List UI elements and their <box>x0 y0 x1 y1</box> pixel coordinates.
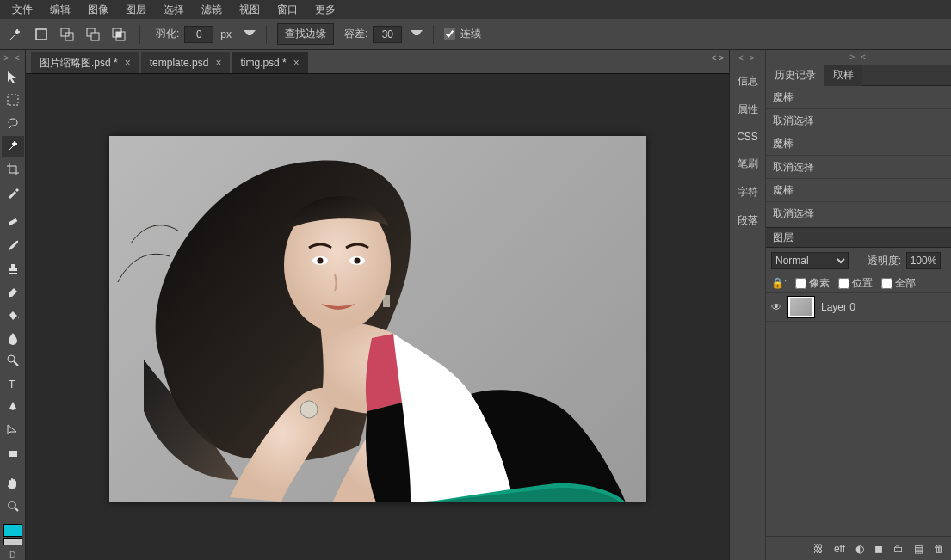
lock-position[interactable]: 位置 <box>838 276 873 291</box>
eyedropper-tool[interactable] <box>2 182 24 203</box>
document-image[interactable] <box>109 136 646 502</box>
history-list[interactable]: 魔棒 取消选择 魔棒 取消选择 魔棒 取消选择 <box>766 86 951 227</box>
menu-layer[interactable]: 图层 <box>117 0 155 20</box>
tabs-handle[interactable]: < > <box>712 53 724 63</box>
menu-image[interactable]: 图像 <box>79 0 117 20</box>
heal-tool[interactable] <box>2 212 24 233</box>
eraser-tool[interactable] <box>2 280 24 302</box>
side-char[interactable]: 字符 <box>734 182 762 203</box>
svg-rect-4 <box>91 33 99 40</box>
trash-icon[interactable]: 🗑 <box>934 543 944 555</box>
options-bar: 羽化: px 查找边缘 容差: 连续 <box>0 19 951 50</box>
tab-history[interactable]: 历史记录 <box>766 65 824 86</box>
link-icon[interactable]: ⛓ <box>813 543 824 555</box>
contiguous-label: 连续 <box>460 27 481 41</box>
lasso-tool[interactable] <box>2 113 24 134</box>
canvas[interactable] <box>26 74 729 560</box>
side-brush[interactable]: 笔刷 <box>734 153 762 175</box>
opacity-input[interactable] <box>906 252 941 269</box>
tab-0[interactable]: 图片缩略图.psd *× <box>31 52 139 73</box>
foreground-color-swatch[interactable] <box>3 524 22 537</box>
default-colors-label[interactable]: D <box>9 551 15 560</box>
svg-rect-12 <box>9 451 17 457</box>
sel-sub-icon[interactable] <box>83 24 103 45</box>
zoom-tool[interactable] <box>2 495 24 517</box>
tab-1[interactable]: template.psd× <box>141 52 231 73</box>
feather-input[interactable] <box>184 26 213 43</box>
layer-thumbnail[interactable] <box>788 297 814 317</box>
history-item[interactable]: 魔棒 <box>766 132 951 156</box>
dodge-tool[interactable] <box>2 350 24 372</box>
svg-point-18 <box>354 258 360 264</box>
history-panel-tabs: 历史记录 取样 <box>766 65 951 86</box>
tolerance-dropdown-icon[interactable] <box>411 30 423 42</box>
menu-edit[interactable]: 编辑 <box>41 0 79 20</box>
rpanel-handle[interactable]: > < <box>766 50 951 65</box>
close-icon[interactable]: × <box>215 57 221 69</box>
layer-row[interactable]: 👁 Layer 0 <box>766 292 951 322</box>
tab-2[interactable]: timg.psd *× <box>232 52 307 73</box>
lock-pixels[interactable]: 像素 <box>795 276 830 291</box>
brush-tool[interactable] <box>2 235 24 256</box>
pen-tool[interactable] <box>2 397 24 418</box>
background-color-swatch[interactable] <box>3 538 22 545</box>
panel-stack: > < 历史记录 取样 魔棒 取消选择 魔棒 取消选择 魔棒 取消选择 图层 N… <box>766 50 951 560</box>
wand-tool[interactable] <box>2 136 24 157</box>
fx-label[interactable]: eff <box>834 543 845 555</box>
lock-all[interactable]: 全部 <box>881 276 916 291</box>
sel-int-icon[interactable] <box>108 24 129 45</box>
menu-view[interactable]: 视图 <box>231 0 269 20</box>
tool-palette: > < T D <box>0 50 26 560</box>
marquee-tool[interactable] <box>2 89 24 111</box>
svg-point-20 <box>300 401 318 418</box>
blur-tool[interactable] <box>2 327 24 348</box>
feather-dropdown-icon[interactable] <box>244 30 256 42</box>
layers-header[interactable]: 图层 <box>766 227 951 248</box>
menu-window[interactable]: 窗口 <box>269 0 306 20</box>
adjustment-icon[interactable]: ◐ <box>855 543 864 555</box>
side-css[interactable]: CSS <box>733 127 762 146</box>
find-edges-button[interactable]: 查找边缘 <box>277 23 334 45</box>
folder-icon[interactable]: 🗀 <box>893 543 904 555</box>
menu-file[interactable]: 文件 <box>3 0 41 20</box>
side-para[interactable]: 段落 <box>734 210 762 231</box>
side-handle[interactable]: < > <box>738 53 756 63</box>
visibility-icon[interactable]: 👁 <box>771 301 781 313</box>
shape-tool[interactable] <box>2 442 24 464</box>
sel-new-icon[interactable] <box>31 24 52 45</box>
close-icon[interactable]: × <box>125 57 131 69</box>
history-item[interactable]: 魔棒 <box>766 179 951 202</box>
svg-point-16 <box>317 258 323 264</box>
new-layer-icon[interactable]: ▤ <box>914 543 923 555</box>
tolerance-input[interactable] <box>373 26 402 43</box>
close-icon[interactable]: × <box>293 57 300 69</box>
menu-select[interactable]: 选择 <box>155 0 193 20</box>
toolbar-handle[interactable]: > < <box>3 53 21 63</box>
lock-icon: 🔒: <box>771 277 787 289</box>
wand-icon[interactable] <box>5 24 26 45</box>
history-item[interactable]: 取消选择 <box>766 109 951 132</box>
stamp-tool[interactable] <box>2 258 24 280</box>
menu-filter[interactable]: 滤镜 <box>193 0 231 20</box>
tab-sample[interactable]: 取样 <box>824 65 862 86</box>
mask-icon[interactable]: ◼ <box>874 543 883 555</box>
crop-tool[interactable] <box>2 158 24 180</box>
side-info[interactable]: 信息 <box>734 71 762 92</box>
side-props[interactable]: 属性 <box>734 99 762 120</box>
menu-more[interactable]: 更多 <box>306 0 344 20</box>
blend-mode-select[interactable]: Normal <box>771 252 849 269</box>
history-item[interactable]: 取消选择 <box>766 202 951 225</box>
separator <box>266 25 267 44</box>
sel-add-icon[interactable] <box>57 24 77 45</box>
move-tool[interactable] <box>2 66 24 88</box>
bucket-tool[interactable] <box>2 304 24 325</box>
path-tool[interactable] <box>2 420 24 441</box>
history-item[interactable]: 魔棒 <box>766 86 951 109</box>
hand-tool[interactable] <box>2 472 24 494</box>
separator <box>433 25 434 44</box>
collapsed-panels: < > 信息 属性 CSS 笔刷 字符 段落 <box>730 50 766 560</box>
svg-rect-0 <box>36 29 46 40</box>
contiguous-checkbox[interactable] <box>444 28 455 40</box>
history-item[interactable]: 取消选择 <box>766 156 951 179</box>
text-tool[interactable]: T <box>2 373 24 395</box>
